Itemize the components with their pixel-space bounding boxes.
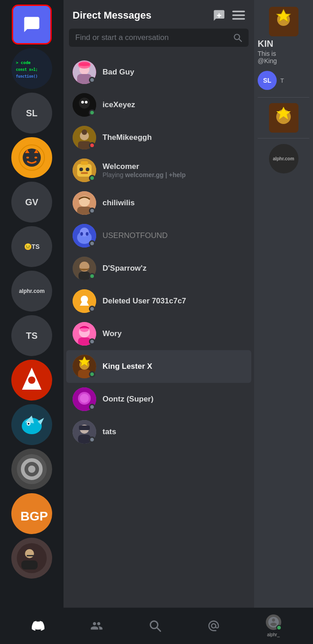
dm-item-chiliwilis[interactable]: chiliwilis [66, 187, 251, 219]
nav-item-mentions[interactable] [207, 619, 220, 632]
svg-rect-27 [27, 555, 34, 556]
friends-icon [90, 619, 103, 632]
bottom-nav: alphr_ [0, 608, 313, 644]
dm-panel: Direct Messages [64, 0, 254, 644]
avatar-container [73, 322, 96, 346]
new-dm-icon[interactable] [213, 9, 225, 22]
svg-point-50 [79, 168, 83, 171]
sidebar-item-red[interactable] [11, 360, 52, 401]
dm-info: King Lester X [103, 362, 245, 371]
sidebar-item-circle[interactable] [11, 449, 52, 490]
sidebar-item-coding[interactable]: > code const x=1; function() [11, 48, 52, 89]
dm-name: iceXeyez [103, 100, 245, 109]
svg-point-41 [81, 101, 84, 104]
status-dot-online [89, 109, 95, 116]
avatar-container [73, 420, 96, 444]
status-dot-offline [89, 77, 95, 83]
dm-item-oontz[interactable]: Oontz (Super) [66, 383, 251, 416]
sidebar-item-alphr[interactable]: alphr.com [11, 271, 52, 312]
avatar-container [73, 224, 96, 248]
dm-name: TheMikeeggh [103, 133, 245, 142]
right-panel-server-icon-king [269, 7, 298, 36]
avatar-container [73, 257, 96, 280]
right-channel-name: KIN [258, 36, 309, 50]
svg-point-18 [28, 423, 29, 425]
dm-info: D'Sparrow'z [103, 264, 245, 273]
svg-line-89 [157, 628, 161, 631]
status-dot-offline [89, 436, 95, 443]
dm-item-dsparrowz[interactable]: D'Sparrow'z [66, 252, 251, 285]
dm-panel-header: Direct Messages [64, 0, 254, 29]
status-dot-offline [89, 404, 95, 410]
dm-name: Deleted User 7031c7c7 [103, 297, 245, 306]
svg-point-42 [85, 101, 88, 104]
svg-point-77 [80, 394, 89, 403]
nav-item-friends[interactable] [90, 619, 103, 632]
avatar-container [73, 60, 96, 84]
search-input[interactable] [75, 33, 229, 42]
nav-item-search[interactable] [149, 619, 161, 632]
separator [258, 97, 309, 98]
menu-icon[interactable] [232, 10, 245, 20]
dm-panel-title: Direct Messages [73, 10, 152, 21]
right-panel-king-icon-large [258, 103, 309, 133]
sidebar-item-sl[interactable]: SL [11, 93, 52, 134]
dm-item-bad-guy[interactable]: Bad Guy [66, 56, 251, 89]
dm-name: Wory [103, 329, 245, 338]
sidebar-item-ts-emoji[interactable]: 😐TS [11, 226, 52, 267]
dm-info: Bad Guy [103, 68, 245, 77]
dm-info: iceXeyez [103, 100, 245, 109]
profile-status-dot [276, 625, 282, 630]
search-bar[interactable] [69, 29, 249, 47]
dm-info: Deleted User 7031c7c7 [103, 297, 245, 306]
dm-item-wory[interactable]: Wory [66, 317, 251, 350]
svg-point-12 [28, 376, 35, 384]
svg-rect-52 [81, 172, 88, 174]
svg-text:const x=1;: const x=1; [16, 68, 38, 72]
svg-rect-48 [77, 164, 92, 177]
dm-item-tats[interactable]: tats [66, 416, 251, 448]
nav-item-home[interactable] [32, 619, 44, 632]
dm-name: USERNOTFOUND [103, 231, 245, 240]
profile-label: alphr_ [267, 632, 280, 637]
dm-item-welcomer[interactable]: Welcomer Playing welcomer.gg | +help [66, 154, 251, 187]
svg-rect-64 [81, 269, 88, 270]
dm-item-deleted-user[interactable]: Deleted User 7031c7c7 [66, 285, 251, 317]
right-panel-sl-text: T [280, 77, 284, 84]
dm-item-icexeyez[interactable]: iceXeyez [66, 89, 251, 121]
svg-rect-9 [34, 157, 37, 159]
status-dot-offline [89, 240, 95, 247]
dm-info: tats [103, 427, 245, 436]
svg-point-46 [82, 129, 87, 135]
dm-status-welcomer: Playing welcomer.gg | +help [103, 171, 245, 178]
sidebar-item-gv[interactable]: GV [11, 182, 52, 223]
svg-text:function(): function() [16, 74, 38, 79]
dm-status-bold: welcomer.gg | +help [125, 171, 186, 178]
dm-info: Welcomer Playing welcomer.gg | +help [103, 162, 245, 178]
svg-point-5 [23, 149, 41, 167]
dm-item-usernotfound[interactable]: USERNOTFOUND [66, 219, 251, 252]
nav-item-profile[interactable]: alphr_ [266, 614, 281, 637]
svg-rect-8 [26, 157, 29, 159]
svg-point-66 [81, 296, 88, 303]
status-dot-online [89, 371, 95, 377]
status-dot-offline [89, 306, 95, 312]
dm-item-king-lester-x[interactable]: King Lester X [66, 350, 251, 383]
dm-item-themikeeggh[interactable]: TheMikeeggh [66, 121, 251, 154]
dm-info: TheMikeeggh [103, 133, 245, 142]
sidebar-item-ts2[interactable]: TS [11, 315, 52, 356]
svg-rect-81 [79, 426, 90, 430]
sidebar-item-orange[interactable]: BGPH [11, 493, 52, 534]
mention-icon [207, 619, 220, 632]
sidebar-item-person[interactable] [11, 538, 52, 579]
avatar-container [73, 289, 96, 313]
svg-rect-29 [232, 15, 245, 16]
profile-avatar [266, 614, 281, 630]
sidebar-item-home[interactable] [12, 5, 52, 45]
svg-point-59 [80, 232, 83, 236]
sidebar-item-lego[interactable] [11, 137, 52, 178]
status-dot-online [89, 175, 95, 181]
svg-point-40 [79, 98, 90, 109]
status-dot-dnd [89, 142, 95, 149]
sidebar-item-shark[interactable] [11, 404, 52, 445]
